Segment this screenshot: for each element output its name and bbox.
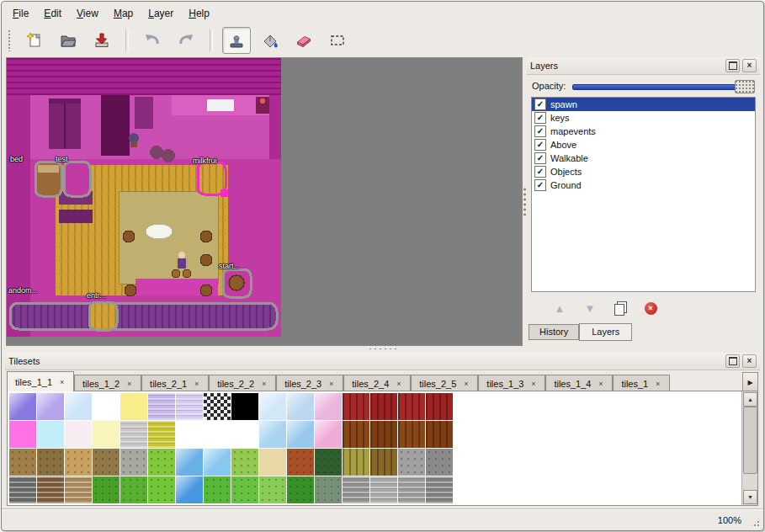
tileset-tile[interactable] — [176, 421, 203, 448]
menu-item-layer[interactable]: Layer — [141, 5, 181, 22]
scroll-down-button[interactable]: ▼ — [743, 490, 757, 504]
layer-checkbox[interactable]: ✓ — [534, 139, 546, 151]
scrollbar-thumb[interactable] — [743, 407, 757, 474]
tileset-tile[interactable] — [259, 393, 286, 420]
delete-layer-button[interactable]: × — [639, 296, 662, 320]
raise-layer-button[interactable]: ▲ — [548, 296, 571, 320]
map-object-test[interactable] — [64, 162, 90, 196]
tileset-tile[interactable] — [343, 476, 369, 503]
tileset-tile[interactable] — [37, 476, 64, 503]
layer-row[interactable]: ✓mapevents — [532, 125, 755, 138]
tileset-tile[interactable] — [37, 421, 64, 448]
new-button[interactable] — [20, 27, 49, 54]
tileset-tile[interactable] — [426, 421, 453, 448]
opacity-slider[interactable] — [572, 79, 755, 93]
tileset-tile[interactable] — [398, 449, 425, 476]
tab-close-icon[interactable]: × — [57, 377, 66, 386]
save-button[interactable] — [88, 27, 116, 54]
tileset-tile[interactable] — [120, 476, 147, 503]
tileset-tab-tiles_2_2[interactable]: tiles_2_2× — [209, 375, 276, 391]
tileset-tile[interactable] — [65, 421, 92, 448]
layer-checkbox[interactable]: ✓ — [534, 166, 546, 178]
tilesets-float-button[interactable] — [725, 354, 740, 368]
tileset-tile[interactable] — [315, 449, 342, 476]
tileset-tile[interactable] — [120, 393, 147, 420]
tileset-scrollbar[interactable]: ▲ ▼ — [741, 391, 757, 505]
layers-float-button[interactable] — [725, 59, 740, 72]
tileset-tile[interactable] — [315, 476, 342, 503]
layer-row[interactable]: ✓Ground — [532, 178, 755, 192]
layer-row[interactable]: ✓Above — [532, 138, 755, 152]
layer-checkbox[interactable]: ✓ — [534, 152, 546, 164]
tab-close-icon[interactable]: × — [461, 379, 470, 388]
layer-checkbox[interactable]: ✓ — [534, 98, 546, 110]
tileset-tile[interactable] — [287, 421, 314, 448]
tileset-tile[interactable] — [398, 393, 425, 420]
tab-close-icon[interactable]: × — [327, 379, 336, 388]
map-object-random[interactable] — [10, 303, 277, 329]
tileset-tab-tiles_1_4[interactable]: tiles_1_4× — [545, 375, 613, 391]
tileset-tile[interactable] — [65, 393, 92, 420]
tileset-tile[interactable] — [148, 421, 175, 448]
eraser-button[interactable] — [290, 27, 318, 54]
tileset-tile[interactable] — [259, 449, 286, 476]
tileset-tile[interactable] — [9, 421, 36, 448]
tileset-tile[interactable] — [231, 449, 258, 476]
tab-scroll-right-button[interactable]: ▶ — [742, 372, 758, 392]
tileset-tile[interactable] — [343, 421, 369, 448]
tab-close-icon[interactable]: × — [192, 379, 201, 388]
tileset-tile[interactable] — [231, 421, 258, 448]
tileset-tile[interactable] — [204, 421, 231, 448]
tileset-tile[interactable] — [315, 421, 342, 448]
tab-close-icon[interactable]: × — [259, 379, 268, 388]
tab-close-icon[interactable]: × — [653, 379, 662, 388]
tileset-tile[interactable] — [343, 393, 369, 420]
stamp-button[interactable] — [222, 27, 251, 54]
tileset-tile[interactable] — [398, 476, 425, 503]
layer-row[interactable]: ✓Walkable — [532, 152, 755, 165]
map-object-entr[interactable] — [89, 302, 117, 330]
tileset-tile[interactable] — [370, 476, 397, 503]
tileset-tile[interactable] — [148, 449, 175, 476]
tileset-tile[interactable] — [93, 393, 120, 420]
menu-item-file[interactable]: File — [5, 5, 36, 22]
tab-history[interactable]: History — [529, 324, 579, 340]
duplicate-layer-button[interactable] — [608, 296, 632, 320]
undo-button[interactable] — [138, 27, 167, 54]
resize-grip[interactable] — [750, 517, 761, 528]
tileset-tile[interactable] — [370, 421, 397, 448]
tileset-tile[interactable] — [9, 449, 36, 476]
tileset-tile[interactable] — [65, 476, 92, 503]
tileset-tile[interactable] — [176, 449, 203, 476]
tileset-tile[interactable] — [37, 449, 64, 476]
tileset-tile[interactable] — [343, 449, 369, 476]
menu-item-help[interactable]: Help — [181, 5, 217, 22]
tileset-tab-tiles_1_2[interactable]: tiles_1_2× — [74, 375, 141, 391]
tileset-tile[interactable] — [398, 421, 425, 448]
layer-checkbox[interactable]: ✓ — [534, 179, 546, 191]
tileset-tile[interactable] — [204, 449, 231, 476]
tileset-tile[interactable] — [37, 393, 64, 420]
tileset-tab-tiles_2_3[interactable]: tiles_2_3× — [276, 375, 343, 391]
tileset-tile[interactable] — [93, 449, 120, 476]
tileset-tile[interactable] — [120, 449, 147, 476]
map-view[interactable]: bedtestmilkfruistart...andom...entr... — [6, 57, 523, 346]
tileset-tile[interactable] — [176, 476, 203, 503]
tileset-tab-tiles_1[interactable]: tiles_1× — [613, 375, 670, 391]
tileset-tile[interactable] — [93, 421, 120, 448]
selection-handle[interactable] — [220, 189, 228, 197]
tileset-tile[interactable] — [231, 393, 258, 420]
layer-row[interactable]: ✓Objects — [532, 165, 755, 178]
tab-close-icon[interactable]: × — [596, 379, 605, 388]
tileset-tile[interactable] — [120, 421, 147, 448]
toolbar-handle[interactable] — [8, 29, 12, 51]
slider-handle[interactable] — [735, 80, 755, 93]
fill-button[interactable] — [256, 27, 284, 54]
tileset-tab-tiles_2_4[interactable]: tiles_2_4× — [343, 375, 411, 391]
tileset-tab-tiles_1_3[interactable]: tiles_1_3× — [478, 375, 545, 391]
tileset-tab-tiles_2_1[interactable]: tiles_2_1× — [141, 375, 209, 391]
map-canvas[interactable] — [7, 58, 520, 343]
layer-checkbox[interactable]: ✓ — [534, 125, 546, 137]
scroll-up-button[interactable]: ▲ — [743, 392, 757, 407]
menu-item-view[interactable]: View — [69, 5, 106, 22]
